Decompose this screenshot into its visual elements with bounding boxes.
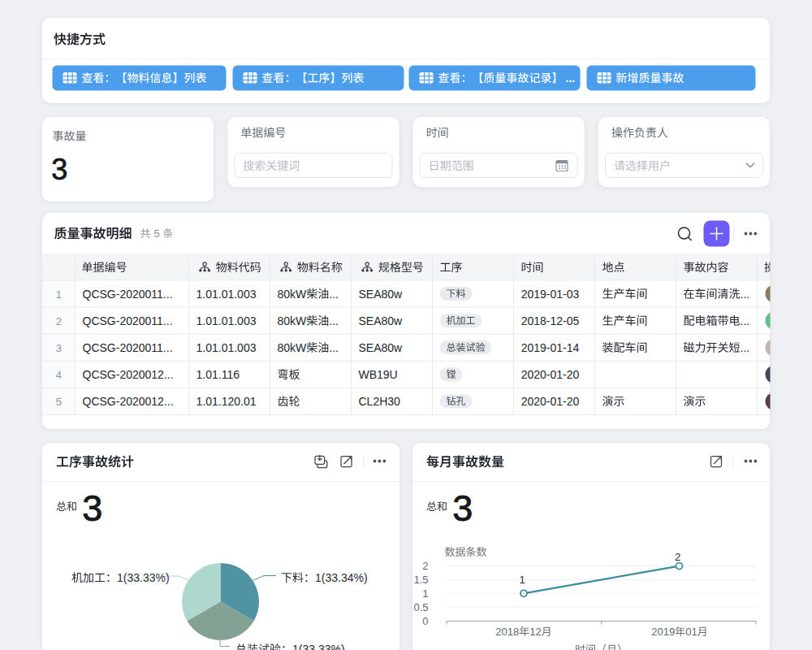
- svg-text:WB19U: WB19U: [359, 368, 398, 381]
- svg-text:CL2H30: CL2H30: [359, 395, 401, 408]
- svg-text:12: 12: [529, 626, 541, 638]
- svg-text:4: 4: [56, 369, 62, 381]
- svg-text:2019: 2019: [651, 626, 675, 638]
- svg-text:80kW: 80kW: [278, 341, 308, 354]
- svg-text:1.01.01.003: 1.01.01.003: [197, 288, 257, 301]
- svg-text:2018: 2018: [495, 626, 519, 638]
- svg-text:1: 1: [422, 587, 428, 600]
- svg-text:1.01.116: 1.01.116: [197, 368, 240, 381]
- svg-text:1.01.120.01: 1.01.120.01: [197, 395, 257, 408]
- svg-text:1: 1: [56, 288, 62, 301]
- svg-text:...: ...: [741, 341, 750, 354]
- svg-text:1(33.33%): 1(33.33%): [117, 571, 170, 584]
- svg-text:1: 1: [519, 574, 525, 586]
- svg-text:...: ...: [741, 288, 750, 301]
- svg-text:QCSG-2020011...: QCSG-2020011...: [83, 288, 173, 301]
- svg-text:SEA80w: SEA80w: [359, 314, 404, 327]
- svg-text:...: ...: [741, 314, 750, 327]
- svg-text:1.01.01.003: 1.01.01.003: [197, 314, 257, 327]
- svg-text:...: ...: [566, 72, 576, 84]
- svg-text:80kW: 80kW: [278, 288, 308, 301]
- svg-text:SEA80w: SEA80w: [359, 288, 404, 301]
- svg-text:2: 2: [422, 560, 428, 572]
- svg-text:2018-12-05: 2018-12-05: [521, 314, 580, 327]
- svg-text:80kW: 80kW: [278, 314, 308, 327]
- svg-text:2019-01-03: 2019-01-03: [521, 288, 580, 301]
- svg-text:3: 3: [82, 488, 102, 529]
- svg-text:QCSG-2020012...: QCSG-2020012...: [83, 368, 174, 381]
- svg-text:2020-01-20: 2020-01-20: [521, 395, 580, 408]
- svg-text:5: 5: [56, 396, 62, 408]
- svg-text:...: ...: [329, 314, 339, 327]
- svg-text:3: 3: [452, 488, 473, 529]
- svg-text:2: 2: [675, 551, 680, 563]
- svg-text:QCSG-2020011...: QCSG-2020011...: [83, 341, 173, 354]
- svg-text:2020-01-20: 2020-01-20: [521, 368, 580, 381]
- svg-text:QCSG-2020012...: QCSG-2020012...: [83, 395, 174, 408]
- svg-text:01: 01: [685, 626, 697, 638]
- svg-text:2019-01-14: 2019-01-14: [521, 341, 580, 354]
- svg-text:1(33.33%): 1(33.33%): [292, 643, 345, 650]
- svg-text:1(33.34%): 1(33.34%): [315, 571, 368, 584]
- svg-text:3: 3: [56, 342, 62, 354]
- svg-text:QCSG-2020011...: QCSG-2020011...: [83, 314, 173, 327]
- svg-text:...: ...: [329, 288, 339, 301]
- svg-text:SEA80w: SEA80w: [359, 341, 404, 354]
- svg-text:2: 2: [56, 315, 62, 327]
- svg-text:...: ...: [329, 341, 339, 354]
- svg-text:5: 5: [154, 228, 160, 240]
- svg-text:1.5: 1.5: [413, 574, 428, 586]
- svg-text:3: 3: [51, 153, 67, 186]
- svg-text:1.01.01.003: 1.01.01.003: [197, 341, 257, 354]
- svg-text:0.5: 0.5: [413, 601, 428, 613]
- svg-text:0: 0: [422, 615, 428, 627]
